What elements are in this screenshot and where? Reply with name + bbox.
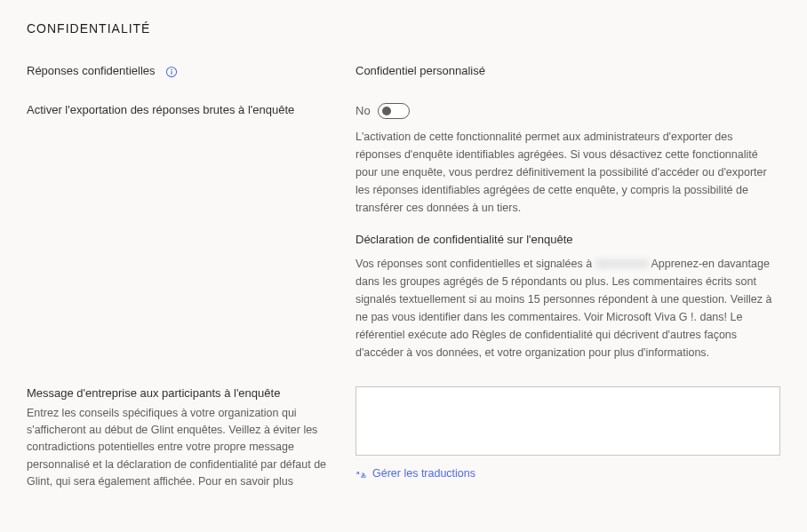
info-icon[interactable] bbox=[165, 66, 178, 78]
translate-icon: a あ bbox=[356, 467, 368, 480]
row-raw-export: Activer l'exportation des réponses brute… bbox=[27, 103, 780, 361]
company-message-input[interactable] bbox=[356, 386, 780, 456]
section-title: CONFIDENTIALITÉ bbox=[27, 21, 780, 36]
privacy-statement-heading: Déclaration de confidentialité sur l'enq… bbox=[356, 233, 780, 246]
privacy-statement-text: Vos réponses sont confidentielles et sig… bbox=[356, 255, 780, 361]
raw-export-description: L'activation de cette fonctionnalité per… bbox=[356, 128, 780, 217]
raw-export-label: Activer l'exportation des réponses brute… bbox=[27, 103, 294, 116]
row-company-message: Message d'entreprise aux participants à … bbox=[27, 386, 780, 491]
raw-export-toggle-label: No bbox=[356, 104, 371, 117]
company-message-label: Message d'entreprise aux participants à … bbox=[27, 386, 338, 400]
raw-export-toggle[interactable] bbox=[378, 103, 410, 119]
manage-translations-label: Gérer les traductions bbox=[372, 467, 475, 480]
redacted-recipient bbox=[595, 259, 649, 268]
privacy-text-part1: Vos réponses sont confidentielles et sig… bbox=[356, 258, 595, 270]
toggle-knob bbox=[382, 107, 391, 115]
svg-point-1 bbox=[171, 68, 172, 70]
svg-text:a: a bbox=[356, 468, 360, 474]
company-message-help: Entrez les conseils spécifiques à votre … bbox=[27, 405, 338, 491]
row-confidential-responses: Réponses confidentielles Confidentiel pe… bbox=[27, 64, 780, 78]
svg-rect-2 bbox=[172, 71, 172, 75]
privacy-text-part2: Apprenez-en davantage dans les groupes a… bbox=[356, 258, 771, 359]
confidential-responses-value: Confidentiel personnalisé bbox=[356, 64, 485, 77]
manage-translations-link[interactable]: a あ Gérer les traductions bbox=[356, 467, 780, 480]
confidential-responses-label: Réponses confidentielles bbox=[27, 64, 156, 77]
svg-text:あ: あ bbox=[361, 472, 366, 479]
